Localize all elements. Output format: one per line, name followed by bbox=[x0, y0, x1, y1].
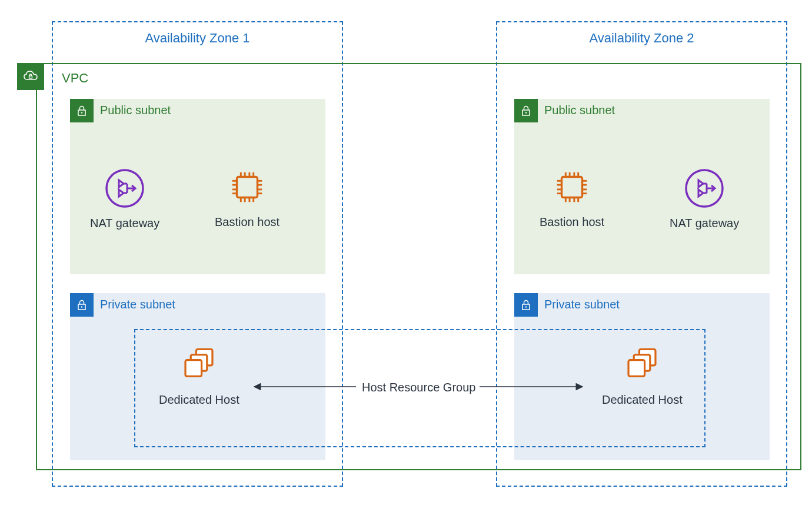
lock-icon bbox=[520, 104, 533, 117]
vpc-badge-icon bbox=[17, 63, 44, 90]
public-subnet-az1-label: Public subnet bbox=[100, 104, 171, 117]
bastion-host-az2: Bastion host bbox=[540, 167, 604, 229]
private-subnet-az2-badge bbox=[514, 293, 538, 317]
nat-gateway-az1: NAT gateway bbox=[90, 168, 159, 230]
svg-rect-27 bbox=[562, 177, 583, 198]
dedicated-host-az1: Dedicated Host bbox=[159, 345, 239, 407]
svg-rect-58 bbox=[628, 360, 645, 377]
svg-rect-0 bbox=[29, 76, 32, 78]
svg-point-44 bbox=[686, 170, 723, 207]
svg-rect-8 bbox=[237, 177, 258, 198]
svg-point-52 bbox=[525, 306, 527, 307]
dedicated-host-az2-label: Dedicated Host bbox=[602, 393, 683, 407]
diagram-canvas: Availability Zone 1 Availability Zone 2 … bbox=[0, 0, 812, 505]
availability-zone-1-label: Availability Zone 1 bbox=[52, 31, 343, 46]
public-subnet-az2-label: Public subnet bbox=[544, 104, 615, 117]
svg-rect-55 bbox=[185, 360, 202, 377]
nat-gateway-az2: NAT gateway bbox=[670, 168, 739, 230]
cpu-icon bbox=[552, 167, 592, 208]
dedicated-host-az1-label: Dedicated Host bbox=[159, 393, 239, 407]
svg-point-50 bbox=[81, 306, 82, 307]
nat-gateway-az2-label: NAT gateway bbox=[670, 217, 739, 230]
vpc-label: VPC bbox=[62, 71, 88, 86]
availability-zone-2-label: Availability Zone 2 bbox=[496, 31, 787, 46]
private-subnet-az1-badge bbox=[70, 293, 94, 317]
stacked-boxes-icon bbox=[622, 343, 662, 387]
dedicated-host-az2: Dedicated Host bbox=[602, 345, 683, 407]
lock-icon bbox=[75, 298, 88, 311]
svg-point-26 bbox=[525, 112, 527, 113]
svg-point-3 bbox=[107, 170, 143, 207]
public-subnet-az2-badge bbox=[514, 99, 538, 122]
public-subnet-az1-badge bbox=[70, 99, 94, 122]
nat-gateway-icon bbox=[684, 168, 724, 208]
private-subnet-az1-label: Private subnet bbox=[100, 298, 175, 311]
bastion-host-az1: Bastion host bbox=[215, 167, 279, 229]
host-resource-group-label: Host Resource Group bbox=[360, 380, 478, 396]
lock-icon bbox=[520, 298, 533, 311]
svg-point-2 bbox=[81, 112, 82, 113]
private-subnet-az2-label: Private subnet bbox=[544, 298, 620, 311]
cloud-lock-icon bbox=[22, 68, 39, 85]
bastion-host-az2-label: Bastion host bbox=[540, 215, 604, 229]
nat-gateway-icon bbox=[105, 168, 145, 208]
nat-gateway-az1-label: NAT gateway bbox=[90, 217, 159, 230]
lock-icon bbox=[75, 104, 88, 117]
stacked-boxes-icon bbox=[179, 343, 219, 387]
bastion-host-az1-label: Bastion host bbox=[215, 215, 279, 229]
cpu-icon bbox=[227, 167, 267, 208]
